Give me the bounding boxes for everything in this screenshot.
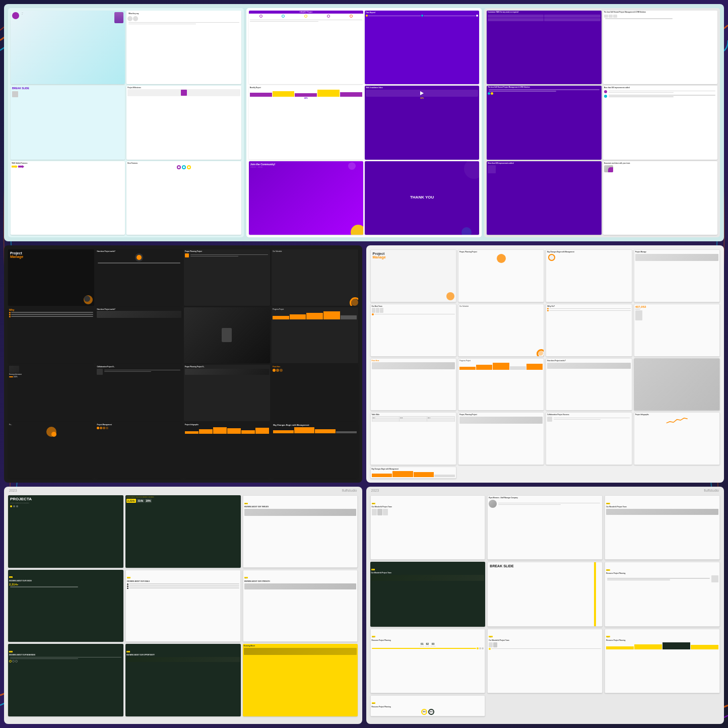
slide-pm-light-title: Project Manage — [370, 249, 456, 302]
slide-proper-light2: Proper, Planning Project — [458, 412, 544, 465]
pm-title-project: Project — [10, 251, 92, 255]
pm-light-manage: Manage — [373, 255, 454, 259]
slide-join-community: Join the Community! Subscribe — Saturday — [249, 161, 363, 235]
percent-1: 46% — [250, 97, 362, 99]
slide-collaboration-dark: Collaboration Project S... — [96, 365, 182, 421]
slide-infographic-light: Project Infographic — [634, 412, 720, 465]
know-mgmt-label: KNOW ABOUT OUR MANAGEMENT PROJECT — [126, 496, 240, 498]
slide-wonderful-team-right: NEXT Our Wonderful Project Team — [605, 495, 720, 560]
break-slide2-text: BREAK SLIDE — [490, 564, 600, 568]
slide-point-here-light: Point Here — [370, 358, 456, 411]
slide-projecta-title: PROJECTA Project Management Presentation — [8, 495, 123, 568]
slide-puzzle-dark: Po... — [8, 423, 94, 479]
knowing-vision-label: KNOWING ABOUT OUR VISION — [9, 580, 122, 582]
knowing-threats-label: KNOWING ABOUT OUR THREATS — [244, 506, 357, 508]
slide-our-team: Our Best Team — [370, 304, 456, 357]
slide-knowing-strength: NEXT KNOWING ABOUT OUR STRENGTH — [243, 570, 358, 642]
slide-smart-project: S.M.A.R.T Project — [249, 11, 363, 84]
slide-pm-title: Project Manage — [8, 249, 94, 306]
slide-proper-planning2-dark: Proper Planning Project S... — [184, 365, 270, 421]
slide-timeline: Time Beyond — [365, 11, 479, 84]
year-label-left: 2023 — [9, 489, 17, 492]
slide-knowing-threats: NEXT KNOWING ABOUT OUR THREATS — [243, 495, 358, 568]
slide-schedule-light: Our Schedule — [458, 304, 544, 357]
best-features-title: Best Features — [127, 162, 240, 164]
slide-project-infographic-dark: Project Infographic — [184, 423, 270, 479]
slide-best-self-hosted: The best Self Hosted Project Management … — [487, 86, 601, 159]
year-label-right: 2023 — [371, 489, 379, 492]
slide-why-dark: Why — [8, 307, 94, 364]
slide-table: Table Slide Col ACol BCol C — [370, 412, 456, 465]
slide-big-changes-light: Big Changes Begin with Management — [546, 249, 632, 302]
pm-light-project: Project — [373, 252, 454, 255]
slide-project-milestones: Project Milestones — [126, 86, 241, 159]
slide-wonderful-team-dark: NEXT Our Wonderful Project Team — [370, 562, 486, 626]
break-slide-text: BREAK SLIDE — [12, 87, 123, 90]
slide-wonderful3: NEXT Our Wonderful Project Team — [487, 629, 603, 693]
slide-improvements2: More than 500 improvements added — [487, 161, 601, 235]
project-mgmt-title: Project Management — [97, 424, 181, 426]
slide-knowing-weakness: NEXT KNOWING ABOUT OUR WEAKNESS — [8, 644, 123, 716]
wonderful-team-label: Our Wonderful Project Team — [372, 506, 484, 508]
slide-tasc-installation: TASC Installation Video 53% — [365, 86, 479, 159]
slide-break2: BREAK SLIDE — [487, 562, 603, 626]
slide-big-changes-light2: Big Changes Begin with Management — [370, 467, 456, 479]
percent-2: 53% — [366, 97, 478, 99]
how-works2-title: How does Project works? — [97, 308, 181, 310]
slide-monthly-report: Monthly Report 46% — [249, 86, 363, 159]
slide-best-features: Best Features — [126, 161, 241, 235]
slide-schedule-dark: Our Schedule — [272, 249, 358, 306]
slide-progress-dark: Progress Project — [272, 307, 358, 364]
infographic-title: Project Infographic — [185, 424, 269, 426]
slide-proper-planning-dark: Proper Planning Project — [184, 249, 270, 306]
slide-ryan-member: Ryan Memmer - Staff Manager Company — [487, 495, 603, 560]
what-they-say-title: What they say — [127, 12, 240, 16]
slide-best-hosted: The best Self Hosted Project Management … — [603, 11, 717, 84]
how-works-light-title: How does Project works? — [547, 360, 630, 362]
slide-project-management: Project Management — [96, 423, 182, 479]
slide-more-improvements: More than 500 improvements added — [603, 86, 717, 159]
bottom-right-section: 2023 fluffstudio NEXT Our Wonderful Proj… — [366, 487, 724, 724]
slide-resource2: NEXT Resource Project Planning — [605, 629, 720, 693]
ryan-member-label: Ryan Memmer - Staff Manager Company — [489, 497, 601, 499]
slide-proper-planning-light: Proper, Planning Project — [458, 249, 544, 302]
how-works-title: How does Project works? — [97, 250, 181, 252]
middle-left-section: Project Manage How does Project works? — [4, 245, 362, 483]
slide-what-they-say: What they say — [126, 11, 241, 84]
knowing-goals-label: KNOWING ABOUT OUR GOALS — [127, 580, 239, 582]
middle-right-section: Project Manage Proper, Planning Project … — [366, 245, 724, 483]
knowing-strength-label: KNOWING ABOUT OUR STRENGTH — [244, 580, 357, 582]
slide-photo-dark — [184, 307, 270, 364]
tasc-features-title: TASC Added Features — [12, 162, 124, 164]
studio-label-right: fluffstudio — [704, 489, 719, 492]
big-changes-title: Big Changes Begin with Management — [273, 424, 356, 427]
slide-collaboration-light: Collaboration Project Success — [546, 412, 632, 465]
slide-profile — [11, 11, 125, 84]
knowing-opportunity-label: KNOWING ABOUT OUR OPPORTUNITY — [126, 654, 240, 656]
slide-tasc-features: TASC Added Features — [11, 161, 125, 235]
slide-knowing-opportunity: NEXT KNOWING ABOUT OUR OPPORTUNITY — [125, 644, 241, 716]
milestones-title: Project Milestones — [127, 87, 240, 89]
pm-title-manage: Manage — [10, 255, 92, 258]
resource-planning-label: Resource Project Planning — [606, 572, 718, 574]
slide-wonderful-team: NEXT Our Wonderful Project Team — [370, 495, 486, 560]
slide-extra-dark: Knowing About — [243, 644, 358, 716]
slide-project-manage-right: Project Manage — [634, 249, 720, 302]
slide-why-light: Why Us? — [546, 304, 632, 357]
slide-stats-light: 407,053 Revenue — [634, 304, 720, 357]
slide-break: BREAK SLIDE — [11, 86, 125, 159]
slide-big-changes-dark: Big Changes Begin with Management — [272, 423, 358, 479]
knowing-weakness-label: KNOWING ABOUT OUR WEAKNESS — [9, 654, 122, 656]
slide-how-works2-dark: How does Project works? — [96, 307, 182, 364]
slide-thank-you: THANK YOU — [365, 161, 479, 235]
slide-great-performance: Great performance 225% — [8, 365, 94, 421]
infographic-light-title: Project Infographic — [635, 414, 718, 416]
thank-you-text: THANK YOU — [410, 195, 434, 200]
slide-resource-chart: NEXT Resource Project Planning 01 Goal O… — [370, 629, 486, 693]
top-section: What they say BREAK SLIDE Project Miles — [4, 4, 724, 241]
slide-know-management: KNOW ABOUT OUR MANAGEMENT PROJECT 2,314+… — [125, 495, 241, 568]
top-right-group: Customize TASC for any need, no required… — [484, 8, 720, 237]
join-community-text: Join the Community! — [250, 163, 362, 166]
tasc-installation-title: TASC Installation Video — [366, 87, 478, 89]
slide-knowing-vision: NEXT KNOWING ABOUT OUR VISION 2,314+ — [8, 570, 123, 642]
